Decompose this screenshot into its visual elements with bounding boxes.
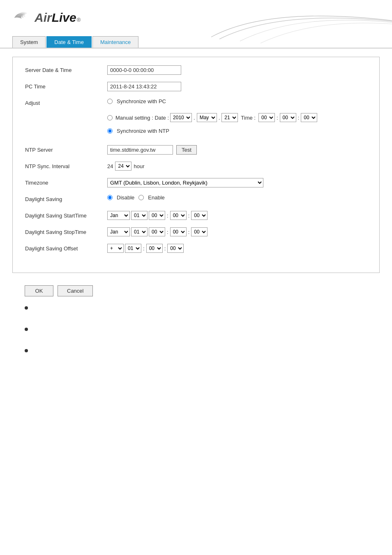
pc-time-input[interactable] <box>107 82 181 91</box>
daylight-stop-row: Daylight Saving StopTime JanFebMarApr Ma… <box>25 227 367 239</box>
dst-stop-hh[interactable]: 00010203 04050607 08091011 12131415 1617… <box>149 227 165 236</box>
dst-start-hh[interactable]: 00010203 04050607 08091011 12131415 1617… <box>149 211 165 220</box>
tab-datetime[interactable]: Date & Time <box>46 36 92 48</box>
timezone-value-area: GMT (Dublin, Lisbon, London, Reykjavik) … <box>107 178 367 187</box>
logo-live: Live <box>52 11 76 24</box>
adjust-value-area: Synchronize with PC <box>107 98 367 104</box>
decorative-curves <box>178 0 392 45</box>
ntp-server-row: NTP Server Test <box>25 145 367 157</box>
pc-time-row: PC Time <box>25 82 367 93</box>
offset-ss-select[interactable]: 00051015 20253035 40455055 <box>167 244 184 253</box>
manual-setting-radio[interactable] <box>107 115 113 120</box>
form-panel: Server Date & Time PC Time Adjust Synchr… <box>12 57 380 273</box>
manual-setting-label: Manual setting : Date : <box>115 115 169 121</box>
ntp-sync-label: NTP Sync. Interval <box>25 162 107 169</box>
bullet-dot-1 <box>25 306 28 310</box>
time-hh-select[interactable]: 00010203 04050607 08091011 12131415 1617… <box>258 113 275 122</box>
daylight-stop-label: Daylight Saving StopTime <box>25 227 107 235</box>
daylight-enable-group: Enable <box>138 194 164 201</box>
server-datetime-value-area <box>107 65 367 75</box>
offset-sign-select[interactable]: +- <box>107 244 124 253</box>
pc-time-value-area <box>107 82 367 91</box>
dst-start-mm[interactable]: 00051015 20253035 40455055 <box>170 211 187 220</box>
dst-stop-month[interactable]: JanFebMarApr MayJunJulAug SepOctNovDec <box>107 227 130 236</box>
tab-system[interactable]: System <box>12 36 46 48</box>
time-mm-select[interactable]: 00051015 20253035 40455055 <box>280 113 296 122</box>
action-buttons: OK Cancel <box>12 281 380 301</box>
daylight-disable-group: Disable <box>107 194 134 201</box>
timezone-select[interactable]: GMT (Dublin, Lisbon, London, Reykjavik) … <box>107 178 263 187</box>
daylight-saving-value-area: Disable Enable <box>107 194 367 201</box>
dst-stop-mm[interactable]: 00051015 20253035 40455055 <box>170 227 187 236</box>
sync-ntp-radio-group: Synchronize with NTP <box>107 128 169 134</box>
dst-stop-day[interactable]: 0102030405 0607080910 1112131415 1617181… <box>131 227 148 236</box>
time-ss-select[interactable]: 00051015 20253035 40455055 <box>301 113 317 122</box>
timezone-row: Timezone GMT (Dublin, Lisbon, London, Re… <box>25 178 367 190</box>
dst-stop-colon2: : <box>188 229 190 235</box>
ok-button[interactable]: OK <box>25 285 53 296</box>
bullet-item-3 <box>25 347 367 352</box>
dst-start-month[interactable]: JanFebMarApr MayJunJulAug SepOctNovDec <box>107 211 130 220</box>
dst-stop-ss[interactable]: 00051015 20253035 40455055 <box>191 227 208 236</box>
daylight-start-label: Daylight Saving StartTime <box>25 211 107 219</box>
daylight-saving-row: Daylight Saving Disable Enable <box>25 194 367 206</box>
hour-label: hour <box>134 163 144 169</box>
dst-start-day[interactable]: 0102030405 0607080910 1112131415 1617181… <box>131 211 148 220</box>
daylight-enable-label: Enable <box>148 194 164 201</box>
server-datetime-label: Server Date & Time <box>25 65 107 73</box>
sync-ntp-spacer <box>25 128 107 130</box>
logo-name: AirLive ® <box>35 12 81 24</box>
ntp-sync-row: NTP Sync. Interval 24 2412 hour <box>25 162 367 173</box>
colon-sep-1: : <box>277 115 278 121</box>
daylight-offset-row: Daylight Saving Offset +- 01020304 05060… <box>25 244 367 255</box>
logo-registered: ® <box>77 17 81 23</box>
bullets-section <box>12 301 380 373</box>
tab-maintenance[interactable]: Maintenance <box>92 36 138 48</box>
daylight-start-row: Daylight Saving StartTime JanFebMarApr M… <box>25 211 367 222</box>
month-select[interactable]: JanFebMarApr MayJunJulAug SepOctNovDec <box>197 113 217 122</box>
daylight-offset-value-area: +- 01020304 05060708 09101112 : 00051015… <box>107 244 367 253</box>
manual-setting-row: Manual setting : Date : 2010201120122013… <box>25 113 367 125</box>
daylight-offset-label: Daylight Saving Offset <box>25 244 107 252</box>
dst-stop-colon1: : <box>167 229 168 235</box>
bullet-item-2 <box>25 326 367 331</box>
dst-start-colon1: : <box>167 213 168 219</box>
sync-pc-label: Synchronize with PC <box>117 98 166 104</box>
manual-setting-spacer <box>25 113 107 115</box>
main-content: Server Date & Time PC Time Adjust Synchr… <box>0 49 392 381</box>
daylight-disable-label: Disable <box>117 194 134 201</box>
ntp-server-input[interactable] <box>107 145 173 155</box>
dst-start-colon2: : <box>188 213 190 219</box>
ntp-server-value-area: Test <box>107 145 367 155</box>
dot-sep-1: . <box>194 115 195 121</box>
offset-colon2: : <box>164 245 166 252</box>
daylight-disable-radio[interactable] <box>107 195 113 200</box>
pc-time-label: PC Time <box>25 82 107 90</box>
sync-ntp-value-area: Synchronize with NTP <box>107 128 367 134</box>
offset-colon1: : <box>143 245 145 252</box>
daylight-enable-radio[interactable] <box>138 195 144 200</box>
server-datetime-input[interactable] <box>107 65 181 75</box>
sync-pc-radio-group: Synchronize with PC <box>107 98 166 104</box>
dst-start-ss[interactable]: 00051015 20253035 40455055 <box>191 211 208 220</box>
offset-mm-select[interactable]: 00051015 20253035 40455055 <box>146 244 163 253</box>
daylight-stop-value-area: JanFebMarApr MayJunJulAug SepOctNovDec 0… <box>107 227 367 236</box>
daylight-start-value-area: JanFebMarApr MayJunJulAug SepOctNovDec 0… <box>107 211 367 220</box>
sync-pc-radio[interactable] <box>107 99 113 104</box>
day-select[interactable]: 0102030405 0607080910 1112131415 1617181… <box>221 113 238 122</box>
sync-ntp-radio[interactable] <box>107 128 113 134</box>
cancel-button[interactable]: Cancel <box>58 285 93 296</box>
ntp-server-label: NTP Server <box>25 145 107 153</box>
hour-select[interactable]: 2412 <box>115 162 131 171</box>
dot-sep-2: . <box>219 115 220 121</box>
bullet-item-1 <box>25 305 367 310</box>
logo-air: Air <box>35 11 52 24</box>
year-select[interactable]: 2010201120122013 <box>170 113 192 122</box>
adjust-label: Adjust <box>25 98 107 106</box>
offset-hh-select[interactable]: 01020304 05060708 09101112 <box>125 244 141 253</box>
logo-icon <box>12 7 33 28</box>
adjust-row: Adjust Synchronize with PC <box>25 98 367 110</box>
test-button[interactable]: Test <box>176 145 197 155</box>
timezone-label: Timezone <box>25 178 107 186</box>
sync-ntp-row: Synchronize with NTP <box>25 128 367 139</box>
